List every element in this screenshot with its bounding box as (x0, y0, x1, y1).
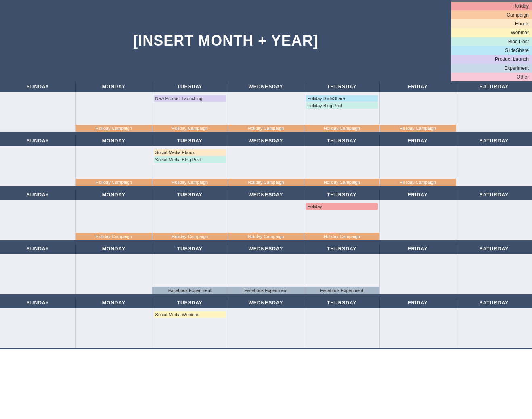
week-1-day-5: Holiday SlideShareHoliday Blog PostHolid… (304, 92, 380, 132)
header-title-area: [INSERT MONTH + YEAR] (0, 0, 451, 81)
day-header-sunday-w4: SUNDAY (0, 244, 76, 254)
calendar-container: SUNDAYMONDAYTUESDAYWEDNESDAYTHURSDAYFRID… (0, 81, 532, 349)
week-2-day-7-events (456, 148, 532, 186)
day-header-monday-w5: MONDAY (76, 298, 152, 308)
week-1-day-5-events: Holiday SlideShareHoliday Blog Post (304, 94, 379, 125)
week-5-day-5-events (304, 310, 379, 348)
day-header-saturday-w2: SATURDAY (456, 135, 532, 146)
week-5-day-4-events (228, 310, 304, 348)
week-4: SUNDAYMONDAYTUESDAYWEDNESDAYTHURSDAYFRID… (0, 244, 532, 295)
cell-footer-label: Holiday Campaign (228, 233, 304, 240)
cell-footer-label: Holiday Campaign (76, 233, 151, 240)
week-1-day-3: New Product LaunchingHoliday Campaign (152, 92, 228, 132)
week-4-day-2-events (76, 256, 151, 294)
week-4-day-4-events (228, 256, 304, 287)
key-panel: Holiday Campaign Ebook Webinar Blog Post… (451, 0, 532, 81)
week-2-day-4: Holiday Campaign (228, 146, 304, 186)
week-2-day-6: Holiday Campaign (380, 146, 456, 186)
week-4-day-4: Facebook Experiment (228, 254, 304, 294)
cell-footer-label: Holiday Campaign (380, 179, 455, 186)
day-header-saturday-w3: SATURDAY (456, 190, 532, 200)
day-header-thursday-w4: THURSDAY (304, 244, 380, 254)
week-2-day-4-events (228, 148, 304, 179)
week-1-day-2-events (76, 94, 151, 125)
week-2-day-1 (0, 146, 76, 186)
day-header-tuesday-w1: TUESDAY (152, 81, 228, 92)
week-3-day-1 (0, 200, 76, 240)
key-experiment: Experiment (451, 64, 532, 73)
cell-footer-label: Holiday Campaign (304, 179, 379, 186)
cell-footer-label: Facebook Experiment (304, 287, 379, 294)
week-4-day-7-events (456, 256, 532, 294)
cell-footer-label: Holiday Campaign (152, 179, 228, 186)
day-header-wednesday-w5: WEDNESDAY (228, 298, 304, 308)
week-3-day-1-events (0, 202, 75, 240)
event-tag: Social Media Webinar (154, 311, 226, 318)
event-tag: Holiday SlideShare (306, 95, 378, 102)
week-1-day-1-events (0, 94, 75, 132)
key-other: Other (451, 73, 532, 81)
week-3-day-4-events (228, 202, 304, 233)
key-campaign: Campaign (451, 10, 532, 19)
week-4-cells-row: Facebook ExperimentFacebook ExperimentFa… (0, 254, 532, 295)
day-header-thursday-w5: THURSDAY (304, 298, 380, 308)
week-4-day-5: Facebook Experiment (304, 254, 380, 294)
week-2-day-5-events (304, 148, 379, 179)
week-3-day-5-events: Holiday (304, 202, 379, 233)
week-4-day-6-events (380, 256, 455, 294)
week-3-day-5: HolidayHoliday Campaign (304, 200, 380, 240)
day-header-thursday-w1: THURSDAY (304, 81, 380, 92)
week-2-day-6-events (380, 148, 455, 179)
day-header-saturday-w1: SATURDAY (456, 81, 532, 92)
key-productlaunch: Product Launch (451, 55, 532, 64)
week-3: SUNDAYMONDAYTUESDAYWEDNESDAYTHURSDAYFRID… (0, 190, 532, 241)
week-2-day-2-events (76, 148, 151, 179)
cell-footer-label: Facebook Experiment (152, 287, 228, 294)
week-1: SUNDAYMONDAYTUESDAYWEDNESDAYTHURSDAYFRID… (0, 81, 532, 133)
week-5-cells-row: Social Media Webinar (0, 308, 532, 349)
week-2-cells-row: Holiday CampaignSocial Media EbookSocial… (0, 146, 532, 187)
day-header-friday-w2: FRIDAY (380, 135, 456, 146)
week-1-day-2: Holiday Campaign (76, 92, 152, 132)
key-blogpost: Blog Post (451, 37, 532, 46)
week-1-day-3-events: New Product Launching (152, 94, 228, 125)
week-5-day-2-events (76, 310, 151, 348)
day-header-thursday-w3: THURSDAY (304, 190, 380, 200)
week-3-day-7-events (456, 202, 532, 240)
key-ebook: Ebook (451, 19, 532, 28)
cell-footer-label: Holiday Campaign (152, 125, 228, 132)
calendar-title: [INSERT MONTH + YEAR] (133, 32, 318, 49)
day-header-monday-w4: MONDAY (76, 244, 152, 254)
week-4-day-1 (0, 254, 76, 294)
week-4-day-1-events (0, 256, 75, 294)
day-header-friday-w4: FRIDAY (380, 244, 456, 254)
week-1-day-1 (0, 92, 76, 132)
day-header-wednesday-w1: WEDNESDAY (228, 81, 304, 92)
week-5: SUNDAYMONDAYTUESDAYWEDNESDAYTHURSDAYFRID… (0, 298, 532, 349)
cell-footer-label: Facebook Experiment (228, 287, 304, 294)
week-5-day-7 (456, 308, 532, 348)
week-3-header-row: SUNDAYMONDAYTUESDAYWEDNESDAYTHURSDAYFRID… (0, 190, 532, 200)
week-4-day-6 (380, 254, 456, 294)
cell-footer-label: Holiday Campaign (304, 125, 379, 132)
week-4-day-5-events (304, 256, 379, 287)
week-3-day-6-events (380, 202, 455, 240)
cell-footer-label: Holiday Campaign (380, 125, 455, 132)
week-5-day-3: Social Media Webinar (152, 308, 228, 348)
week-5-day-7-events (456, 310, 532, 348)
week-3-day-3: Holiday Campaign (152, 200, 228, 240)
week-2: SUNDAYMONDAYTUESDAYWEDNESDAYTHURSDAYFRID… (0, 135, 532, 187)
week-1-day-7 (456, 92, 532, 132)
event-tag: Holiday Blog Post (306, 102, 378, 109)
day-header-tuesday-w5: TUESDAY (152, 298, 228, 308)
cell-footer-label: Holiday Campaign (228, 125, 304, 132)
day-header-tuesday-w3: TUESDAY (152, 190, 228, 200)
cell-footer-label: Holiday Campaign (76, 125, 151, 132)
week-4-day-3: Facebook Experiment (152, 254, 228, 294)
week-3-day-3-events (152, 202, 228, 233)
week-2-day-5: Holiday Campaign (304, 146, 380, 186)
week-5-header-row: SUNDAYMONDAYTUESDAYWEDNESDAYTHURSDAYFRID… (0, 298, 532, 308)
week-2-day-1-events (0, 148, 75, 186)
week-5-day-3-events: Social Media Webinar (152, 310, 228, 348)
event-tag: New Product Launching (154, 95, 226, 102)
